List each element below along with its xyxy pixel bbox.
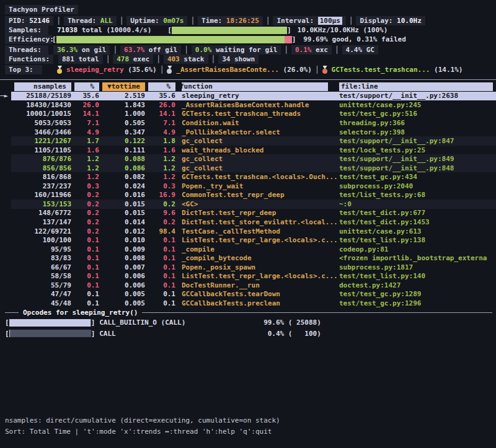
cell-nsamples: 66/67 bbox=[11, 263, 71, 271]
table-row[interactable]: 95/950.10.0090.1_compilecodeop.py:81 bbox=[0, 245, 496, 254]
cell-pct-direct: 0.1 bbox=[71, 245, 99, 253]
table-row-body: 3466/34664.90.3474.9_PollLikeSelector.se… bbox=[11, 128, 496, 137]
opcode-count: ( 100) bbox=[284, 330, 321, 338]
cell-function-name: TestCase._callTestMethod bbox=[182, 227, 339, 235]
cell-file-line: test/test_dict.py:677 bbox=[339, 209, 496, 217]
cell-tottime: 0.082 bbox=[99, 173, 145, 181]
cell-tottime: 1.843 bbox=[99, 101, 145, 109]
table-row[interactable]: 148/67720.20.0159.6DictTest.test_repr_de… bbox=[0, 209, 496, 218]
table-row[interactable]: 856/8561.20.0861.2gc_collecttest/support… bbox=[0, 164, 496, 173]
functions-text: stack bbox=[180, 55, 205, 63]
top3-item-1[interactable]: sleeping_retry (35.6%) bbox=[57, 66, 157, 74]
table-row[interactable]: 160/119660.20.01616.9CommonTest.test_rep… bbox=[0, 191, 496, 200]
cell-function-name: Popen._posix_spawn bbox=[182, 263, 339, 271]
status-thread[interactable]: Thread: ALL bbox=[64, 16, 117, 25]
samples-row: Samples: 71038 total (10000.4/s) [] 10.0… bbox=[5, 25, 492, 35]
separator: │ bbox=[160, 66, 164, 74]
column-header-nsamples[interactable]: nsamples bbox=[11, 82, 71, 91]
table-row-body: 148/67720.20.0159.6DictTest.test_repr_de… bbox=[11, 209, 496, 218]
table-row[interactable]: 153/1530.20.0150.2<GC>~:0 bbox=[0, 200, 496, 209]
cell-function-name: DocTestRunner.__run bbox=[182, 281, 339, 289]
table-row[interactable]: 5053/50537.10.5057.1Condition.waitthread… bbox=[0, 118, 496, 128]
table-row[interactable]: 83/830.10.0080.1_compile_bytecode<frozen… bbox=[0, 253, 496, 263]
cell-file-line: test/test_gc.py:516 bbox=[339, 110, 496, 118]
cell-tottime: 0.016 bbox=[99, 191, 145, 199]
cell-file-line: <frozen importlib._bootstrap_externa bbox=[339, 254, 496, 262]
threads-text: waiting for gil bbox=[211, 46, 277, 54]
cell-function-name: sleeping_retry bbox=[182, 92, 339, 100]
cell-function-name: GCCallbackTests.tearDown bbox=[182, 290, 339, 298]
cell-nsamples: 237/237 bbox=[11, 182, 71, 190]
cell-function-name: CommonTest.test_repr_deep bbox=[182, 191, 339, 199]
opcode-bar-fill bbox=[9, 319, 91, 327]
cell-pct-direct: 0.1 bbox=[71, 236, 99, 244]
cell-file-line: test/test_gc.py:434 bbox=[339, 173, 496, 181]
table-row[interactable]: 100/1000.10.0100.1ListTest.test_repr_lar… bbox=[0, 235, 496, 245]
cell-pct-direct: 1.2 bbox=[71, 164, 99, 172]
cell-nsamples: 83/83 bbox=[11, 254, 71, 262]
status-display-rate: Display: 10.0Hz bbox=[356, 16, 425, 25]
table-row[interactable]: 66/670.10.0070.1Popen._posix_spawnsubpro… bbox=[0, 263, 496, 272]
column-header-tottime-sorted[interactable]: ▼tottime bbox=[99, 82, 145, 91]
table-row[interactable]: ─►25188/2518935.62.51935.6sleeping_retry… bbox=[0, 92, 496, 101]
functions-value: 478 bbox=[117, 55, 129, 63]
bar-open-bracket: [ bbox=[5, 330, 9, 338]
bar-close-bracket: ] bbox=[91, 330, 95, 338]
cell-file-line: selectors.py:398 bbox=[339, 128, 496, 136]
threads-segment: 0.0% waiting for gil bbox=[192, 45, 281, 55]
column-header-function[interactable]: function bbox=[182, 82, 339, 91]
cell-pct-cumulative: 26.0 bbox=[145, 101, 175, 109]
table-row-body: 1221/12671.70.1221.8gc_collecttest/suppo… bbox=[11, 136, 496, 146]
table-row[interactable]: 47/470.10.0050.1GCCallbackTests.tearDown… bbox=[0, 290, 496, 299]
table-row[interactable]: 3466/34664.90.3474.9_PollLikeSelector.se… bbox=[0, 128, 496, 137]
cell-pct-direct: 0.1 bbox=[71, 254, 99, 262]
threads-segment: 63.7% off gil bbox=[120, 45, 181, 55]
separator: │ bbox=[211, 55, 216, 63]
efficiency-bar-track bbox=[56, 36, 292, 43]
table-row[interactable]: 876/8761.20.0881.2gc_collecttest/support… bbox=[0, 154, 496, 164]
table-row-body: 5053/50537.10.5057.1Condition.waitthread… bbox=[11, 118, 496, 128]
opcode-name: CALL_BUILTIN_O (CALL) bbox=[99, 318, 253, 327]
cell-nsamples: 10001/10015 bbox=[11, 110, 71, 118]
table-row[interactable]: 137/1470.20.0140.2DictTest.test_store_ev… bbox=[0, 217, 496, 227]
column-header-pct-cumulative[interactable]: % bbox=[145, 82, 175, 91]
table-row[interactable]: 45/480.10.0050.1GCCallbackTests.preclean… bbox=[0, 299, 496, 308]
cell-pct-cumulative: 0.1 bbox=[145, 254, 175, 262]
cell-tottime: 0.505 bbox=[99, 119, 145, 127]
separator: │ bbox=[184, 46, 188, 54]
table-row[interactable]: 58/580.10.0060.1ListTest.test_repr_large… bbox=[0, 271, 496, 281]
efficiency-row: Efficiency: [] 99.69% good, 0.31% failed bbox=[5, 35, 492, 44]
table-row[interactable]: 55/790.10.0060.1DocTestRunner.__rundocte… bbox=[0, 281, 496, 290]
top3-percentage: (35.6%) bbox=[124, 66, 157, 74]
bar-close-bracket: ] bbox=[91, 318, 95, 327]
cell-function-name: gc_collect bbox=[182, 137, 339, 145]
cell-pct-cumulative: 0.3 bbox=[145, 182, 175, 190]
table-row-body: 122/697210.20.01298.4TestCase._callTestM… bbox=[11, 227, 496, 236]
efficiency-summary: 99.69% good, 0.31% failed bbox=[303, 35, 406, 43]
status-bar: PID: 52146 │ Thread: ALL │ Uptime: 0m07s… bbox=[5, 16, 492, 25]
efficiency-bar: [] bbox=[52, 35, 296, 43]
separator: │ bbox=[284, 46, 288, 54]
table-row[interactable]: 1105/11051.60.1111.6wait_threads_blocked… bbox=[0, 146, 496, 155]
cell-file-line: unittest/case.py:613 bbox=[339, 227, 496, 235]
column-header-pct-direct[interactable]: % bbox=[71, 82, 99, 91]
cell-function-name: DictTest.test_store_evilattr.<local... bbox=[182, 218, 339, 226]
cell-nsamples: 876/876 bbox=[11, 155, 71, 163]
threads-value: 4.4% bbox=[346, 46, 363, 54]
functions-text: shown bbox=[230, 55, 255, 63]
table-row[interactable]: 816/8681.20.0821.2GCTests.test_trashcan.… bbox=[0, 172, 496, 182]
threads-segment: 36.3% on gil bbox=[53, 45, 110, 55]
cell-pct-cumulative: 1.8 bbox=[145, 137, 175, 145]
top3-item-2[interactable]: _AssertRaisesBaseConte... (26.0%) bbox=[167, 66, 312, 74]
table-row[interactable]: 122/697210.20.01298.4TestCase._callTestM… bbox=[0, 227, 496, 236]
cell-tottime: 0.006 bbox=[99, 281, 145, 289]
table-row[interactable]: 18430/1843026.01.84326.0_AssertRaisesBas… bbox=[0, 100, 496, 110]
table-row[interactable]: 10001/1001514.11.00014.1GCTests.test_tra… bbox=[0, 110, 496, 119]
opcode-percentage: 0.4% bbox=[253, 330, 284, 338]
cell-nsamples: 122/69721 bbox=[11, 227, 71, 235]
table-row[interactable]: 237/2370.30.0240.3Popen._try_waitsubproc… bbox=[0, 182, 496, 191]
table-row[interactable]: 1221/12671.70.1221.8gc_collecttest/suppo… bbox=[0, 136, 496, 146]
top3-item-3[interactable]: GCTests.test_trashcan... (14.1%) bbox=[322, 66, 463, 74]
cell-pct-direct: 0.1 bbox=[71, 299, 99, 307]
column-header-file-line[interactable]: file:line bbox=[339, 82, 496, 91]
